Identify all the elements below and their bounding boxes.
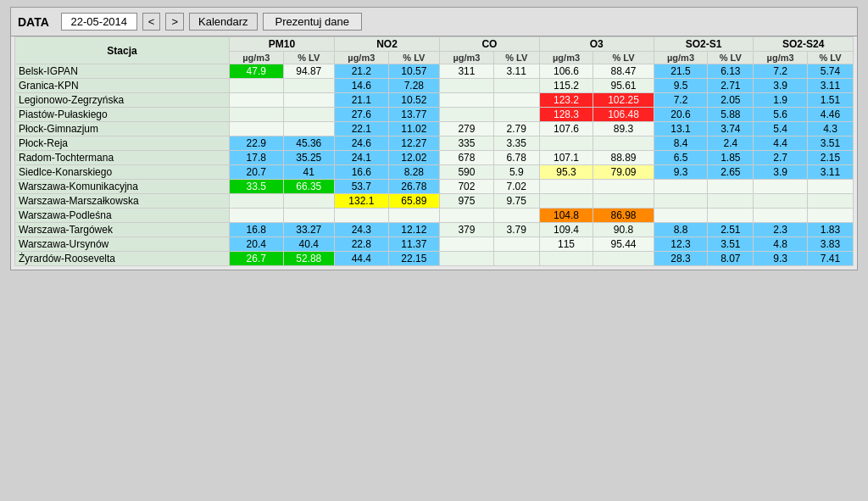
prev-btn[interactable]: < <box>142 13 161 31</box>
table-row: Warszawa-Marszałkowska132.165.899759.75 <box>15 194 854 209</box>
no2_val-cell: 24.6 <box>335 136 389 151</box>
co_val-cell: 975 <box>440 194 494 209</box>
so2s1_val-cell: 6.5 <box>654 151 708 165</box>
so2s24_val-cell <box>754 194 808 209</box>
data-table-wrapper: Stacja PM10 NO2 CO O3 SO2-S1 SO2-S24 µg/… <box>11 36 857 270</box>
pm10_pct-cell <box>283 108 334 122</box>
co_val-cell: 702 <box>440 180 494 194</box>
co_val-cell <box>440 209 494 223</box>
pm10_val-cell: 20.4 <box>229 237 283 252</box>
o3_pct-cell: 89.3 <box>593 122 654 136</box>
co_val-cell <box>440 93 494 108</box>
calendar-button[interactable]: Kalendarz <box>189 13 258 31</box>
date-input[interactable] <box>61 13 137 31</box>
table-row: Radom-Tochtermana17.835.2524.112.026786.… <box>15 151 854 165</box>
co_val-cell <box>440 252 494 266</box>
so2s24_pct-cell: 5.74 <box>807 64 853 79</box>
co_pct-cell: 3.35 <box>493 136 539 151</box>
pm10_val-cell <box>229 209 283 223</box>
so2s24_val-cell: 1.9 <box>754 93 808 108</box>
o3_pct-cell: 102.25 <box>593 93 654 108</box>
o3_val-cell: 115.2 <box>539 79 593 93</box>
so2s24_val-cell: 4.4 <box>754 136 808 151</box>
so2s24_val-cell: 5.4 <box>754 122 808 136</box>
pm10_val-cell: 26.7 <box>229 252 283 266</box>
sub-pm10-pct: % LV <box>283 52 334 64</box>
data-table: Stacja PM10 NO2 CO O3 SO2-S1 SO2-S24 µg/… <box>14 36 854 266</box>
so2s1_pct-cell <box>708 180 754 194</box>
co_pct-cell <box>493 252 539 266</box>
no2_pct-cell: 13.77 <box>388 108 439 122</box>
stacja-cell: Granica-KPN <box>15 79 230 93</box>
so2s1_val-cell: 9.5 <box>654 79 708 93</box>
so2s1_pct-cell: 2.05 <box>708 93 754 108</box>
table-row: Piastów-Pułaskiego27.613.77128.3106.4820… <box>15 108 854 122</box>
no2_val-cell: 27.6 <box>335 108 389 122</box>
next-btn[interactable]: > <box>165 13 184 31</box>
o3_val-cell <box>539 252 593 266</box>
col-header-co: CO <box>440 37 540 52</box>
so2s24_val-cell: 3.9 <box>754 79 808 93</box>
so2s24_pct-cell <box>807 180 853 194</box>
table-row: Warszawa-Komunikacyjna33.566.3553.726.78… <box>15 180 854 194</box>
so2s24_val-cell: 2.7 <box>754 151 808 165</box>
sub-no2-val: µg/m3 <box>335 52 389 64</box>
so2s1_pct-cell: 2.65 <box>708 165 754 180</box>
o3_pct-cell: 88.89 <box>593 151 654 165</box>
pm10_val-cell <box>229 108 283 122</box>
no2_pct-cell: 8.28 <box>388 165 439 180</box>
o3_pct-cell <box>593 252 654 266</box>
co_pct-cell: 2.79 <box>493 122 539 136</box>
so2s24_pct-cell: 3.11 <box>807 79 853 93</box>
co_pct-cell: 3.11 <box>493 64 539 79</box>
o3_pct-cell <box>593 180 654 194</box>
table-row: Płock-Reja22.945.3624.612.273353.358.42.… <box>15 136 854 151</box>
o3_val-cell: 123.2 <box>539 93 593 108</box>
so2s24_pct-cell: 1.83 <box>807 223 853 237</box>
sub-pm10-val: µg/m3 <box>229 52 283 64</box>
o3_pct-cell: 106.48 <box>593 108 654 122</box>
so2s1_val-cell: 12.3 <box>654 237 708 252</box>
so2s1_pct-cell: 2.71 <box>708 79 754 93</box>
co_val-cell: 379 <box>440 223 494 237</box>
co_val-cell: 279 <box>440 122 494 136</box>
so2s24_pct-cell: 2.15 <box>807 151 853 165</box>
table-row: Belsk-IGPAN47.994.8721.210.573113.11106.… <box>15 64 854 79</box>
o3_pct-cell: 88.47 <box>593 64 654 79</box>
col-header-o3: O3 <box>539 37 654 52</box>
stacja-cell: Płock-Gimnazjum <box>15 122 230 136</box>
so2s1_val-cell: 13.1 <box>654 122 708 136</box>
table-row: Siedlce-Konarskiego20.74116.68.285905.99… <box>15 165 854 180</box>
prezentuj-button[interactable]: Prezentuj dane <box>263 13 362 31</box>
no2_pct-cell <box>388 209 439 223</box>
so2s24_pct-cell: 3.51 <box>807 136 853 151</box>
o3_pct-cell: 79.09 <box>593 165 654 180</box>
sub-so2s1-val: µg/m3 <box>654 52 708 64</box>
o3_pct-cell: 90.8 <box>593 223 654 237</box>
co_pct-cell: 7.02 <box>493 180 539 194</box>
so2s24_val-cell: 3.9 <box>754 165 808 180</box>
pm10_pct-cell: 35.25 <box>283 151 334 165</box>
o3_pct-cell: 95.61 <box>593 79 654 93</box>
o3_pct-cell <box>593 136 654 151</box>
stacja-cell: Piastów-Pułaskiego <box>15 108 230 122</box>
pm10_pct-cell <box>283 79 334 93</box>
stacja-cell: Płock-Reja <box>15 136 230 151</box>
so2s24_val-cell <box>754 209 808 223</box>
o3_val-cell: 107.1 <box>539 151 593 165</box>
no2_val-cell: 22.1 <box>335 122 389 136</box>
pm10_pct-cell: 66.35 <box>283 180 334 194</box>
no2_val-cell: 24.3 <box>335 223 389 237</box>
pm10_val-cell: 22.9 <box>229 136 283 151</box>
data-label: DATA <box>18 15 49 29</box>
pm10_pct-cell: 45.36 <box>283 136 334 151</box>
pm10_pct-cell <box>283 209 334 223</box>
so2s1_val-cell: 8.8 <box>654 223 708 237</box>
o3_pct-cell <box>593 194 654 209</box>
sub-o3-val: µg/m3 <box>539 52 593 64</box>
table-row: Płock-Gimnazjum22.111.022792.79107.689.3… <box>15 122 854 136</box>
no2_val-cell <box>335 209 389 223</box>
pm10_pct-cell <box>283 93 334 108</box>
so2s1_pct-cell <box>708 194 754 209</box>
so2s24_val-cell: 9.3 <box>754 252 808 266</box>
